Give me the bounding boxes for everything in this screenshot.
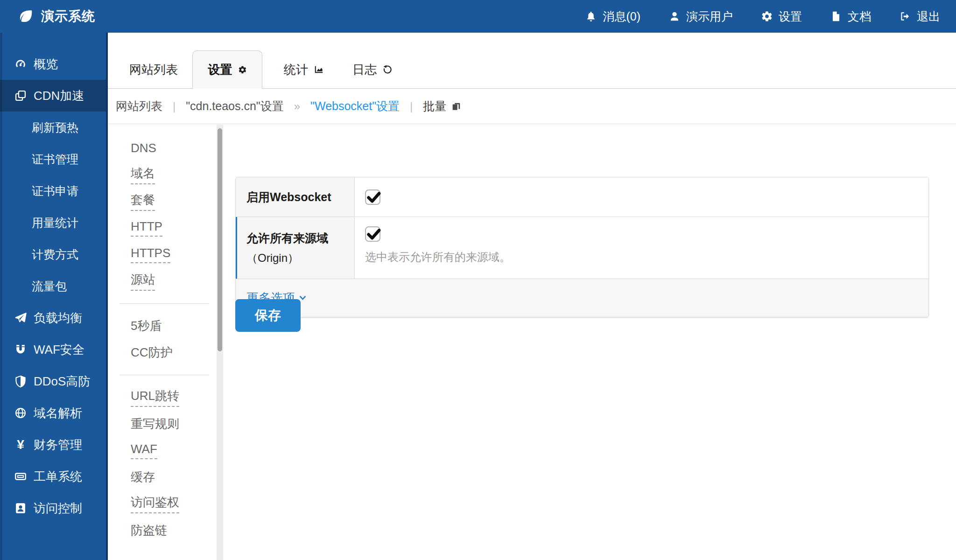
copy-icon [451,101,461,112]
submenu-item-waf[interactable]: WAF [108,437,217,464]
sidebar-item-traffic-pack[interactable]: 流量包 [0,270,106,302]
sidebar-item-refresh-preheat[interactable]: 刷新预热 [0,112,106,143]
sidebar-item-ddos[interactable]: DDoS高防 [0,365,106,397]
sidebar-item-label: 工单系统 [34,469,82,485]
submenu-label: 缓存 [131,469,155,485]
sidebar-item-overview[interactable]: 概览 [0,48,106,80]
submenu-item-domain[interactable]: 域名 [108,161,217,188]
submenu-scrollbar-thumb[interactable] [218,128,222,351]
tab-label: 日志 [352,62,377,78]
shield-icon [14,375,27,388]
sidebar-item-load-balance[interactable]: 负载均衡 [0,302,106,334]
sidebar-item-label: 计费方式 [32,247,78,262]
lower-region: DNS 域名 套餐 HTTP HTTPS 源站 5秒盾 CC防护 URL跳转 重… [108,125,956,560]
submenu-item-cache[interactable]: 缓存 [108,464,217,490]
submenu-item-hotlink-protect[interactable]: 防盗链 [108,517,217,544]
submenu-item-https[interactable]: HTTPS [108,241,217,268]
submenu-item-url-redirect[interactable]: URL跳转 [108,384,217,411]
sidebar-item-cdn[interactable]: CDN加速 [0,80,106,112]
enable-websocket-checkbox[interactable] [365,189,380,205]
submenu-item-cc-protect[interactable]: CC防护 [108,339,217,366]
magnet-icon [14,343,27,356]
tabbar: 网站列表 设置 统计 日志 [108,33,956,89]
topnav: 消息(0) 演示用户 设置 文档 退出 [585,9,956,24]
topnav-settings[interactable]: 设置 [761,9,802,24]
breadcrumb-site-settings[interactable]: "cdn.teaos.cn"设置 [186,98,284,114]
user-icon [668,10,681,22]
row-accent-bar [236,217,237,279]
breadcrumb-websocket-settings[interactable]: "Websocket"设置 [310,98,400,114]
row-label: 允许所有来源域 （Origin） [236,217,355,279]
area-chart-icon [314,64,324,75]
save-button[interactable]: 保存 [235,299,301,332]
topnav-logout-label: 退出 [917,9,940,24]
row-value: 选中表示允许所有的来源域。 [355,217,928,279]
sidebar-item-finance[interactable]: ¥ 财务管理 [0,429,106,461]
batch-label: 批量 [423,98,446,114]
submenu-label: 5秒盾 [131,318,162,334]
sidebar-item-billing[interactable]: 计费方式 [0,238,106,270]
history-icon [382,64,393,75]
sidebar-item-dns-resolve[interactable]: 域名解析 [0,397,106,429]
topnav-user-label: 演示用户 [686,9,733,24]
breadcrumb-batch-button[interactable]: 批量 [423,98,461,114]
submenu-divider [120,303,209,304]
sidebar-item-cert-manage[interactable]: 证书管理 [0,143,106,175]
sidebar-item-access-control[interactable]: 访问控制 [0,492,106,524]
sidebar-item-waf[interactable]: WAF安全 [0,334,106,365]
breadcrumb-separator: » [294,100,300,113]
submenu-label: CC防护 [131,344,173,361]
submenu-scrollbar-track[interactable] [217,125,223,560]
tab-website-list[interactable]: 网站列表 [129,50,178,89]
submenu-item-5s-shield[interactable]: 5秒盾 [108,313,217,339]
topnav-logout[interactable]: 退出 [899,9,940,24]
submenu-item-access-auth[interactable]: 访问鉴权 [108,490,217,517]
submenu-label: 源站 [131,272,155,291]
submenu-item-plan[interactable]: 套餐 [108,188,217,215]
topnav-docs[interactable]: 文档 [830,9,871,24]
tab-statistics[interactable]: 统计 [284,50,324,89]
breadcrumb-website-list[interactable]: 网站列表 [116,98,162,114]
table-row-enable-websocket: 启用Websocket [236,177,928,217]
allow-origins-hint: 选中表示允许所有的来源域。 [365,250,928,265]
submenu-item-http[interactable]: HTTP [108,215,217,241]
submenu-label: WAF [131,442,157,459]
gear-icon [761,10,773,22]
sidebar-item-label: 用量统计 [32,215,78,231]
submenu-item-origin[interactable]: 源站 [108,268,217,294]
clone-icon [14,89,27,102]
submenu-item-dns[interactable]: DNS [108,135,217,161]
sidebar-item-label: DDoS高防 [34,373,90,390]
submenu-item-rewrite-rules[interactable]: 重写规则 [108,411,217,437]
table-row-allow-all-origins: 允许所有来源域 （Origin） 选中表示允许所有的来源域。 [236,217,928,279]
tab-logs[interactable]: 日志 [352,50,393,89]
topnav-user[interactable]: 演示用户 [668,9,733,24]
sidebar-item-label: 财务管理 [34,437,82,453]
sidebar-item-label: CDN加速 [34,88,84,104]
allow-origins-checkbox[interactable] [365,226,380,242]
sidebar-item-label: 概览 [34,56,58,72]
submenu-label: 访问鉴权 [131,494,179,513]
breadcrumb-separator: | [410,100,413,113]
gear-icon [238,65,247,74]
tab-settings[interactable]: 设置 [192,50,262,89]
gauge-icon [14,57,27,70]
logout-icon [899,10,911,22]
row-value [355,177,928,217]
leaf-logo-icon [18,8,34,24]
sidebar-item-usage-stats[interactable]: 用量统计 [0,207,106,238]
topnav-messages-label: 消息(0) [603,9,640,24]
allow-origins-sublabel: （Origin） [246,251,354,266]
sidebar-item-label: 证书申请 [32,183,78,199]
yen-icon: ¥ [14,437,27,452]
bell-icon [585,10,597,22]
submenu-label: HTTP [131,219,162,237]
topnav-messages[interactable]: 消息(0) [585,9,640,24]
sidebar-item-cert-apply[interactable]: 证书申请 [0,175,106,207]
sidebar-item-tickets[interactable]: 工单系统 [0,461,106,492]
brand: 演示系统 [0,7,95,25]
sidebar-item-label: WAF安全 [34,342,84,358]
submenu-label: 防盗链 [131,522,167,539]
submenu-label: HTTPS [131,246,170,263]
id-card-icon [14,502,27,515]
